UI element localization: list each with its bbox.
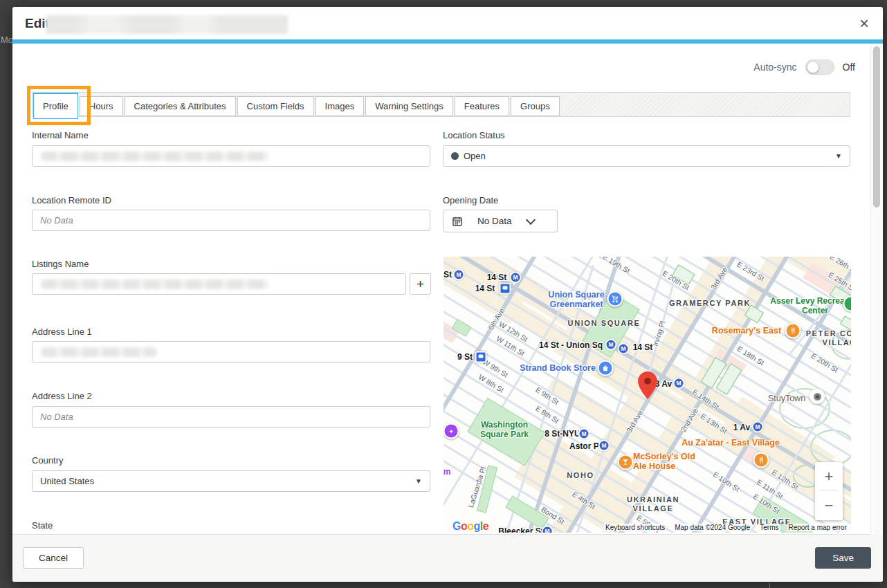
map-poi-label: Asser Levy Recreation Center [763, 297, 851, 316]
address-line-2-input[interactable] [33, 407, 430, 427]
opening-date-value: No Data [477, 216, 512, 226]
subway-icon: M [605, 339, 617, 351]
redacted-text [41, 347, 157, 357]
logo-letter: o [467, 520, 473, 532]
scrollbar-thumb[interactable] [873, 46, 880, 208]
tab-hours[interactable]: Hours [80, 96, 123, 116]
shopping-bag-poi-icon [598, 360, 614, 376]
chevron-down-icon [525, 214, 535, 224]
tab-categories-attributes[interactable]: Categories & Attributes [125, 96, 236, 116]
autosync-state: Off [843, 62, 855, 73]
listings-name-input[interactable] [32, 273, 406, 295]
address-line-2-label: Address Line 2 [32, 391, 92, 401]
location-map[interactable]: E 19th St E 20th St E 23rd St E 25th St … [444, 257, 851, 533]
opening-date-label: Opening Date [443, 195, 498, 205]
calendar-icon [452, 217, 462, 226]
terms-link[interactable]: Terms [758, 524, 780, 531]
zoom-in-button[interactable]: + [815, 462, 843, 490]
cat-cafe-poi-icon: ✦ [444, 423, 459, 439]
subway-icon: M [542, 526, 554, 533]
tab-warning-settings[interactable]: Warning Settings [365, 96, 453, 116]
map-neighborhood-label: PETER COOPER VILLAGE [798, 329, 851, 347]
location-pin-icon [638, 371, 657, 402]
accent-divider [12, 39, 883, 44]
stuytown-poi-icon [810, 389, 825, 404]
bar-poi-icon [618, 454, 634, 470]
map-station-label: 9 St [457, 352, 473, 362]
subway-icon: M [752, 421, 764, 433]
background-divider [769, 583, 770, 588]
address-line-1-label: Address Line 1 [32, 327, 92, 337]
map-poi-label: m [444, 467, 450, 477]
tab-features[interactable]: Features [455, 96, 509, 116]
restaurant-poi-icon [753, 452, 769, 468]
status-dot-icon [451, 152, 459, 160]
tab-custom-fields[interactable]: Custom Fields [237, 96, 314, 116]
redacted-location-name [46, 15, 288, 34]
map-station-label: 14 St [475, 284, 495, 293]
map-poi-label: McSorley's Old Ale House [633, 452, 702, 472]
map-poi-label: Rosemary's East [712, 326, 781, 336]
map-station-label: 14 St [633, 342, 653, 352]
map-station-label: 8 St-NYU [545, 429, 580, 439]
keyboard-shortcuts-link[interactable]: Keyboard shortcuts [604, 524, 666, 531]
location-remote-id-label: Location Remote ID [32, 195, 111, 205]
map-poi-label: Union Square Greenmarket [535, 290, 618, 310]
scrollbar-track[interactable] [870, 44, 883, 535]
map-station-label: St [444, 270, 452, 279]
edit-location-modal: Edit × Auto-sync Off Profile Hours Categ… [12, 7, 883, 582]
map-poi-label: StuyTown [768, 394, 805, 403]
country-value: United States [40, 476, 94, 486]
map-neighborhood-label: UNION SQUARE [568, 319, 641, 327]
cancel-button[interactable]: Cancel [23, 547, 84, 569]
toggle-knob [807, 61, 819, 73]
redacted-text [41, 279, 269, 289]
background-clipped-text: Mo [1, 35, 13, 45]
map-neighborhood-label: GRAMERCY PARK [669, 299, 751, 307]
location-status-select[interactable]: Open ▼ [443, 145, 850, 167]
chevron-down-icon: ▼ [415, 477, 422, 485]
location-status-value: Open [464, 151, 486, 161]
map-station-label: 14 St - Union Sq [539, 340, 603, 350]
address-line-1-input[interactable] [32, 341, 430, 362]
google-logo[interactable]: Google [452, 520, 488, 533]
country-select[interactable]: United States ▼ [32, 470, 430, 492]
logo-letter: e [483, 520, 488, 532]
path-train-icon [500, 283, 511, 295]
tab-groups[interactable]: Groups [511, 96, 560, 116]
shopping-cart-poi-icon [607, 291, 623, 307]
country-label: Country [32, 455, 64, 466]
close-icon[interactable]: × [855, 14, 873, 33]
logo-letter: g [474, 520, 480, 532]
map-station-label: 14 St [487, 273, 507, 282]
listings-name-label: Listings Name [32, 259, 89, 269]
state-label: State [32, 520, 53, 531]
add-listings-name-button[interactable]: + [410, 273, 431, 295]
map-station-label: 3 Av [655, 379, 672, 389]
location-remote-id-input[interactable] [33, 210, 430, 230]
map-poi-label: Au Za'atar - East Village [682, 438, 780, 448]
opening-date-picker[interactable]: No Data [443, 210, 558, 232]
map-street-label: E 19th St [601, 257, 631, 275]
logo-letter: o [461, 520, 467, 532]
zoom-out-button[interactable]: − [815, 491, 843, 520]
map-station-label: Astor Pl [569, 441, 601, 451]
chevron-down-icon: ▼ [835, 152, 842, 160]
subway-icon: M [598, 440, 610, 452]
map-station-label: 1 Av [733, 423, 750, 432]
save-button[interactable]: Save [815, 547, 871, 569]
autosync-toggle[interactable] [805, 59, 834, 75]
tab-images[interactable]: Images [316, 96, 365, 116]
map-poi-label: Strand Book Store [520, 363, 596, 373]
modal-footer: Cancel Save [12, 534, 883, 582]
subway-icon: M [453, 269, 465, 281]
internal-name-input[interactable] [32, 145, 430, 167]
location-remote-id-field [32, 210, 430, 231]
page: { "backdrop": { "clipped_text": "Mo" }, … [0, 0, 887, 588]
map-attribution: Keyboard shortcuts Map data ©2024 Google… [604, 524, 848, 531]
subway-icon: M [510, 272, 522, 284]
subway-icon: M [673, 378, 685, 389]
tab-profile[interactable]: Profile [33, 93, 78, 119]
map-zoom-control: + − [815, 462, 843, 520]
report-map-error-link[interactable]: Report a map error [787, 524, 848, 531]
